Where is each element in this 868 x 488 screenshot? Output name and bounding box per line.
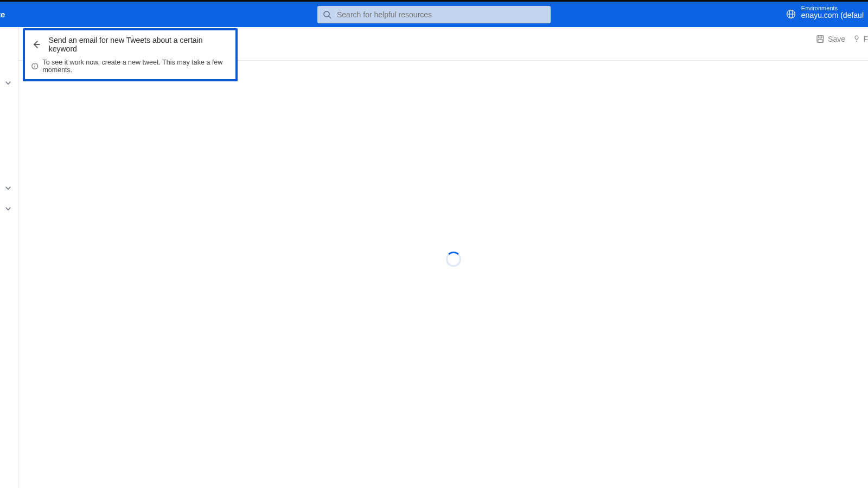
- chevron-down-icon[interactable]: [4, 205, 12, 215]
- svg-rect-12: [35, 66, 35, 68]
- search-input[interactable]: [337, 10, 545, 19]
- svg-point-8: [856, 41, 857, 42]
- save-label: Save: [828, 35, 845, 43]
- left-collapse-rail: [0, 27, 18, 488]
- designer-canvas: [18, 61, 868, 488]
- info-icon: [31, 62, 38, 70]
- flow-title-callout: Send an email for new Tweets about a cer…: [23, 28, 238, 81]
- environment-name: enayu.com (defaul: [801, 11, 864, 20]
- flow-checker-icon: [852, 35, 861, 43]
- globe-icon: [786, 9, 796, 19]
- svg-rect-6: [819, 36, 822, 38]
- flow-title[interactable]: Send an email for new Tweets about a cer…: [49, 36, 230, 53]
- environments-label: Environments: [801, 5, 864, 11]
- svg-point-11: [34, 65, 35, 66]
- loading-spinner-icon: [446, 252, 461, 267]
- search-icon: [323, 10, 331, 19]
- svg-line-1: [329, 16, 331, 18]
- environment-text: Environments enayu.com (defaul: [801, 5, 864, 20]
- top-app-bar: te Environments enayu.com (defaul: [0, 0, 868, 27]
- global-search[interactable]: [317, 6, 551, 23]
- chevron-down-icon[interactable]: [4, 184, 12, 194]
- chevron-down-icon[interactable]: [4, 79, 12, 89]
- flow-info-text: To see it work now, create a new tweet. …: [42, 59, 230, 74]
- svg-rect-7: [818, 40, 822, 42]
- save-button[interactable]: Save: [816, 35, 845, 43]
- flow-checker-button-fragment[interactable]: F: [852, 35, 868, 43]
- flow-fragment-text: F: [863, 35, 868, 43]
- environment-picker[interactable]: Environments enayu.com (defaul: [786, 5, 864, 20]
- save-icon: [816, 35, 825, 43]
- back-arrow-icon[interactable]: [31, 40, 41, 49]
- brand-text-fragment: te: [0, 10, 5, 19]
